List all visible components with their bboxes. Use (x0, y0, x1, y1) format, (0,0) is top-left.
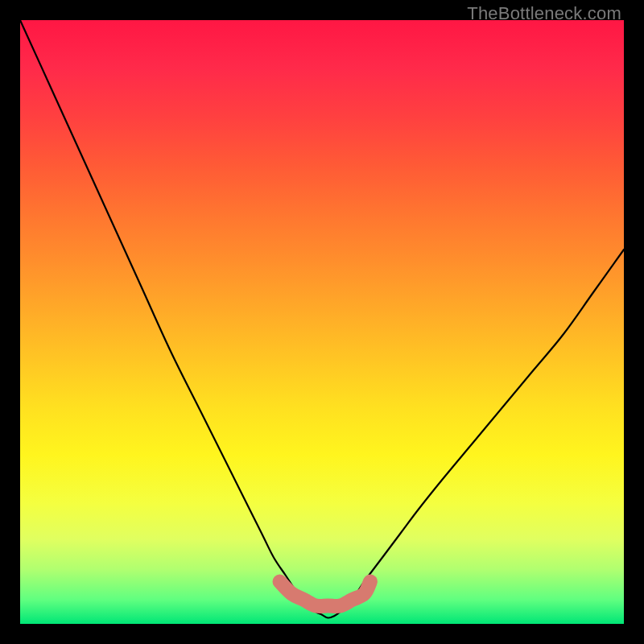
chart-frame: TheBottleneck.com (0, 0, 644, 644)
curve-svg (20, 20, 624, 624)
bottleneck-marker-segment (280, 582, 371, 607)
plot-area (20, 20, 624, 624)
bottleneck-curve-line (20, 20, 624, 618)
